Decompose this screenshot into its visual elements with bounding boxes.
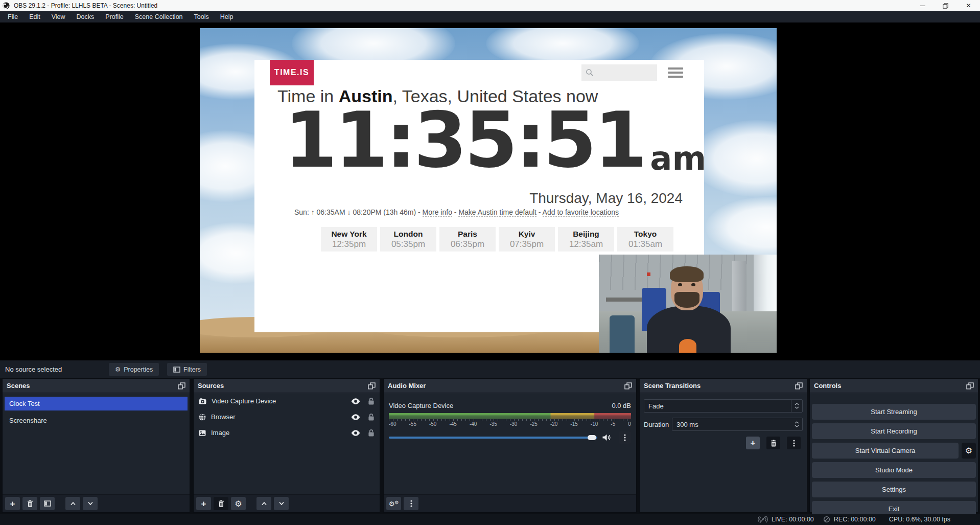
gear-icon: ⚙ bbox=[235, 499, 242, 509]
audio-mixer-title: Audio Mixer bbox=[388, 382, 426, 390]
virtual-camera-config-button[interactable]: ⚙ bbox=[962, 443, 976, 459]
transition-select[interactable]: Fade bbox=[644, 399, 803, 413]
person-eye bbox=[678, 283, 682, 287]
world-clock-new-york[interactable]: New York12:35pm bbox=[321, 227, 377, 252]
timeis-logo[interactable]: TIME.IS bbox=[270, 60, 314, 85]
transition-select-arrows[interactable] bbox=[791, 400, 802, 412]
make-default-link[interactable]: Make Austin time default bbox=[458, 208, 536, 217]
cloud bbox=[706, 197, 777, 258]
scene-filters-button[interactable] bbox=[40, 497, 55, 510]
source-item-browser[interactable]: Browser bbox=[194, 409, 380, 425]
menu-edit[interactable]: Edit bbox=[24, 11, 46, 22]
popout-icon[interactable] bbox=[178, 382, 185, 390]
settings-button[interactable]: Settings bbox=[812, 482, 976, 497]
world-clock-tokyo[interactable]: Tokyo01:35am bbox=[617, 227, 673, 252]
minimize-button[interactable] bbox=[911, 0, 934, 11]
move-scene-up-button[interactable] bbox=[65, 497, 80, 510]
visibility-eye-icon[interactable] bbox=[351, 414, 361, 421]
mixer-channel-menu-button[interactable] bbox=[619, 431, 631, 444]
world-clocks-row: New York12:35pm London05:35pm Paris06:35… bbox=[321, 227, 673, 252]
lock-icon[interactable] bbox=[368, 397, 375, 405]
tick: 0 bbox=[628, 421, 631, 427]
sun-info-line: Sun: ↑ 06:35AM ↓ 08:20PM (13h 46m) - Mor… bbox=[294, 208, 619, 216]
menu-docks[interactable]: Docks bbox=[71, 11, 100, 22]
globe-icon bbox=[199, 414, 206, 421]
controls-header: Controls bbox=[810, 379, 978, 393]
visibility-eye-icon[interactable] bbox=[351, 429, 361, 437]
webcam-source[interactable] bbox=[599, 255, 777, 353]
move-source-up-button[interactable] bbox=[256, 497, 271, 510]
tick: -45 bbox=[449, 421, 456, 427]
transition-properties-button[interactable] bbox=[787, 437, 801, 449]
mixer-channel-row: Video Capture Device 0.0 dB bbox=[384, 402, 636, 409]
menu-file[interactable]: File bbox=[2, 11, 24, 22]
tick: -5 bbox=[611, 421, 615, 427]
move-scene-down-button[interactable] bbox=[83, 497, 98, 510]
more-info-link[interactable]: More info bbox=[423, 208, 452, 217]
chevron-up-icon bbox=[795, 403, 799, 405]
program-preview[interactable]: TIME.IS Time in Austin, Texas, United St… bbox=[200, 28, 777, 353]
remove-transition-button[interactable] bbox=[766, 437, 780, 449]
scene-item-clock-test[interactable]: Clock Test bbox=[5, 397, 188, 410]
chevron-up-icon bbox=[261, 501, 267, 506]
sources-header: Sources bbox=[194, 379, 380, 393]
plus-icon: + bbox=[201, 499, 206, 508]
popout-icon[interactable] bbox=[368, 382, 376, 390]
world-clock-london[interactable]: London05:35pm bbox=[380, 227, 436, 252]
start-virtual-camera-button[interactable]: Start Virtual Camera bbox=[812, 443, 959, 459]
menu-scene-collection[interactable]: Scene Collection bbox=[129, 11, 189, 22]
add-source-button[interactable]: + bbox=[196, 497, 211, 510]
properties-label: Properties bbox=[124, 366, 153, 373]
close-button[interactable]: ✕ bbox=[957, 0, 980, 11]
world-clock-paris[interactable]: Paris06:35pm bbox=[439, 227, 496, 252]
duration-spin-arrows[interactable] bbox=[791, 418, 802, 430]
popout-icon[interactable] bbox=[624, 382, 632, 390]
add-transition-button[interactable]: + bbox=[746, 437, 760, 449]
hamburger-menu-icon[interactable] bbox=[668, 67, 683, 78]
move-source-down-button[interactable] bbox=[274, 497, 289, 510]
city-time: 12:35pm bbox=[332, 239, 366, 249]
menu-profile[interactable]: Profile bbox=[100, 11, 129, 22]
source-item-video-capture[interactable]: Video Capture Device bbox=[194, 393, 380, 409]
popout-icon[interactable] bbox=[795, 382, 803, 390]
start-recording-button[interactable]: Start Recording bbox=[812, 423, 976, 439]
close-icon: ✕ bbox=[966, 3, 971, 9]
filters-button[interactable]: Filters bbox=[167, 363, 207, 376]
current-date: Thursday, May 16, 2024 bbox=[529, 190, 683, 207]
status-bar: LIVE: 00:00:00 REC: 00:00:00 CPU: 0.6%, … bbox=[0, 514, 980, 525]
menu-help[interactable]: Help bbox=[215, 11, 239, 22]
menu-tools[interactable]: Tools bbox=[189, 11, 215, 22]
popout-icon[interactable] bbox=[966, 382, 974, 390]
chevron-up-icon bbox=[795, 421, 799, 424]
world-clock-kyiv[interactable]: Kyiv07:35pm bbox=[499, 227, 555, 252]
world-clock-beijing[interactable]: Beijing12:35am bbox=[558, 227, 614, 252]
studio-mode-button[interactable]: Studio Mode bbox=[812, 462, 976, 478]
preview-workspace[interactable]: TIME.IS Time in Austin, Texas, United St… bbox=[0, 22, 980, 360]
search-icon bbox=[586, 69, 594, 77]
volume-slider[interactable] bbox=[389, 437, 597, 439]
mixer-menu-button[interactable] bbox=[404, 497, 418, 510]
source-properties-button[interactable]: ⚙ bbox=[231, 497, 246, 510]
volume-slider-handle[interactable] bbox=[588, 435, 596, 440]
scenes-header: Scenes bbox=[3, 379, 190, 393]
trash-icon bbox=[218, 500, 224, 507]
maximize-button[interactable] bbox=[934, 0, 957, 11]
tick: -25 bbox=[530, 421, 537, 427]
advanced-audio-button[interactable]: ⚙⚙ bbox=[386, 497, 401, 510]
scene-item-screenshare[interactable]: Screenshare bbox=[3, 414, 190, 426]
tick: -35 bbox=[489, 421, 497, 427]
duration-input[interactable]: 300 ms bbox=[672, 418, 803, 431]
add-scene-button[interactable]: + bbox=[5, 497, 20, 510]
remove-source-button[interactable] bbox=[214, 497, 228, 510]
speaker-icon[interactable] bbox=[602, 434, 612, 441]
lock-icon[interactable] bbox=[368, 429, 375, 437]
visibility-eye-icon[interactable] bbox=[351, 398, 361, 405]
source-item-image[interactable]: Image bbox=[194, 425, 380, 441]
timeis-search-box[interactable] bbox=[581, 64, 657, 81]
properties-button[interactable]: ⚙ Properties bbox=[109, 363, 159, 376]
menu-view[interactable]: View bbox=[46, 11, 71, 22]
add-favorite-link[interactable]: Add to favorite locations bbox=[543, 208, 619, 217]
start-streaming-button[interactable]: Start Streaming bbox=[812, 404, 976, 420]
remove-scene-button[interactable] bbox=[22, 497, 37, 510]
lock-icon[interactable] bbox=[368, 413, 375, 421]
